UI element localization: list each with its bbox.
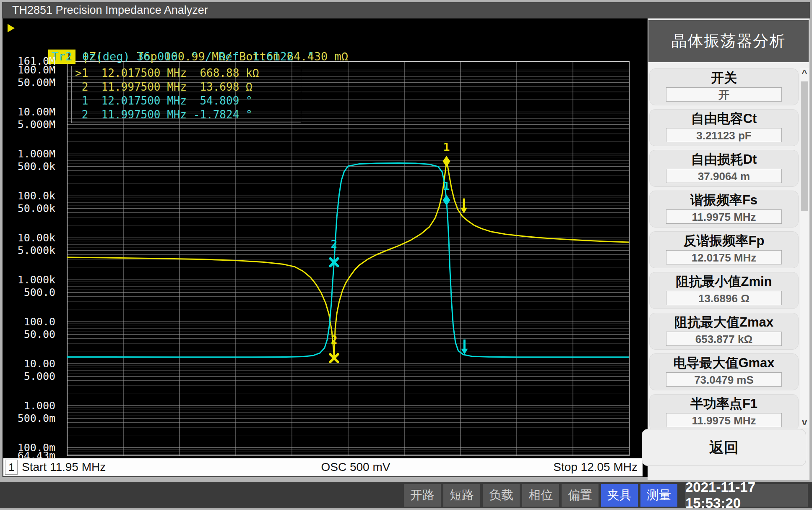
instrument-screen: { "window": { "title": "TH2851 Precision…: [0, 0, 812, 510]
panel-value: 11.9975 MHz: [666, 209, 782, 224]
panel-label: 自由电容Ct: [650, 110, 798, 127]
y-axis-label: 10.00: [3, 358, 55, 369]
chevron-up-icon[interactable]: ^: [800, 68, 809, 79]
panel-value: 12.0175 MHz: [666, 250, 782, 264]
toolbar-button-4[interactable]: 相位: [522, 484, 559, 507]
toolbar-button-1[interactable]: 开路: [404, 484, 441, 507]
marker-readout-row: 1 12.017500 MHz 54.809 °: [72, 94, 301, 108]
panel-value: 开: [666, 87, 782, 102]
toolbar-button-5[interactable]: 偏置: [562, 484, 599, 507]
panel-label: 反谐振频率Fp: [650, 233, 798, 249]
panel-value: 653.877 kΩ: [666, 332, 782, 346]
sidebar-panel[interactable]: 阻抗最大值Zmax653.877 kΩ: [649, 313, 799, 350]
y-axis-label: 1.000: [3, 400, 55, 411]
y-axis-label: 100.0M: [3, 65, 55, 76]
marker-readout-box: >1 12.017500 MHz 668.88 kΩ 2 11.997500 M…: [71, 66, 301, 123]
trace2-info[interactable]: Tr2 θz(deg) 36.000 ° / Ref 1.6122 °: [3, 35, 314, 50]
panel-label: 半功率点F1: [650, 395, 798, 412]
marker-number-label: 1: [443, 180, 450, 193]
y-axis-label: 50.00: [3, 329, 55, 340]
panel-label: 电导最大值Gmax: [650, 355, 798, 371]
toolbar-button-6[interactable]: 夹具: [601, 484, 638, 507]
panel-label: 阻抗最大值Zmax: [650, 314, 798, 331]
scrollbar-thumb[interactable]: [801, 81, 808, 211]
panel-label: 自由损耗Dt: [650, 151, 798, 168]
y-axis-label: 5.000M: [3, 119, 55, 130]
y-axis-label: 5.000k: [3, 245, 55, 256]
trace2-scale-text: θz(deg) 36.000 ° / Ref 1.6122 °: [75, 50, 314, 63]
marker-diamond-icon: [443, 156, 450, 167]
back-button[interactable]: 返回: [642, 429, 806, 466]
marker-number-label: 2: [331, 334, 338, 346]
trace1-info[interactable]: Tr1 |Z| Top 160.99 MΩ/ Bottom 64.430 mΩ: [3, 21, 348, 35]
active-trace-arrow-icon: [8, 24, 15, 32]
y-axis-label: 1.000M: [3, 149, 55, 160]
sidebar-scrollbar[interactable]: ^ v: [800, 68, 809, 428]
panel-value: 11.9975 MHz: [666, 413, 782, 427]
analysis-sidebar: 晶体振荡器分析 开关开自由电容Ct3.21123 pF自由损耗Dt37.9064…: [648, 18, 809, 480]
sidebar-panel[interactable]: 阻抗最小值Zmin13.6896 Ω: [649, 272, 799, 309]
y-axis-label: 10.00k: [3, 233, 55, 243]
y-axis-label: 50.00k: [3, 203, 55, 214]
marker-readout-row: 2 11.997500 MHz 13.698 Ω: [72, 80, 301, 94]
sweep-status-bar: 1 Start 11.95 MHz OSC 500 mV Stop 12.05 …: [3, 458, 643, 476]
sidebar-panel[interactable]: 开关开: [649, 68, 799, 105]
sidebar-panel-list: 开关开自由电容Ct3.21123 pF自由损耗Dt37.9064 m谐振频率Fs…: [648, 65, 800, 431]
marker-readout-row: >1 12.017500 MHz 668.88 kΩ: [72, 66, 301, 80]
panel-value: 37.9064 m: [666, 169, 782, 183]
panel-label: 阻抗最小值Zmin: [650, 273, 798, 290]
sidebar-panel[interactable]: 反谐振频率Fp12.0175 MHz: [649, 231, 799, 268]
stop-frequency[interactable]: Stop 12.05 MHz: [553, 458, 638, 476]
sidebar-panel[interactable]: 电导最大值Gmax73.0479 mS: [649, 353, 799, 390]
toolbar-button-3[interactable]: 负载: [483, 484, 520, 507]
panel-value: 3.21123 pF: [666, 128, 782, 142]
measurement-display: 1212 Tr1 |Z| Top 160.99 MΩ/ Bottom 64.43…: [3, 18, 648, 477]
window-title: TH2851 Precision Impedance Analyzer: [2, 2, 810, 18]
marker-number-label: 2: [331, 238, 338, 251]
sidebar-panel[interactable]: 自由损耗Dt37.9064 m: [649, 150, 799, 187]
marker-number-label: 1: [443, 141, 450, 154]
y-axis-label: 100.0k: [3, 191, 55, 201]
panel-value: 73.0479 mS: [666, 372, 782, 387]
sidebar-panel[interactable]: 自由电容Ct3.21123 pF: [649, 109, 799, 146]
sidebar-title: 晶体振荡器分析: [648, 20, 809, 62]
sidebar-panel[interactable]: 谐振频率Fs11.9975 MHz: [649, 191, 799, 228]
y-axis-label: 10.00M: [3, 107, 55, 118]
toolbar-button-7[interactable]: 测量: [640, 484, 677, 507]
y-axis-label: 500.0: [3, 287, 55, 298]
panel-label: 开关: [650, 70, 798, 86]
y-axis-label: 5.000: [3, 371, 55, 382]
sidebar-panel[interactable]: 半功率点F111.9975 MHz: [649, 394, 799, 431]
marker-readout-row: 2 11.997500 MHz -1.7824 °: [72, 108, 301, 122]
datetime-display: 2021-11-17 15:53:20: [685, 484, 808, 507]
y-axis-label: 100.0: [3, 316, 55, 327]
bottom-toolbar: 2021-11-17 15:53:20 开路短路负载相位偏置夹具测量: [0, 482, 812, 508]
toolbar-button-2[interactable]: 短路: [443, 484, 480, 507]
y-axis-label: 50.00M: [3, 77, 55, 88]
y-axis-label: 1.000k: [3, 275, 55, 285]
y-axis-label: 500.0k: [3, 161, 55, 172]
chevron-down-icon[interactable]: v: [800, 417, 809, 428]
panel-label: 谐振频率Fs: [650, 192, 798, 209]
y-axis-label: 500.0m: [3, 413, 55, 424]
panel-value: 13.6896 Ω: [666, 291, 782, 305]
marker-diamond-icon: [443, 195, 450, 206]
